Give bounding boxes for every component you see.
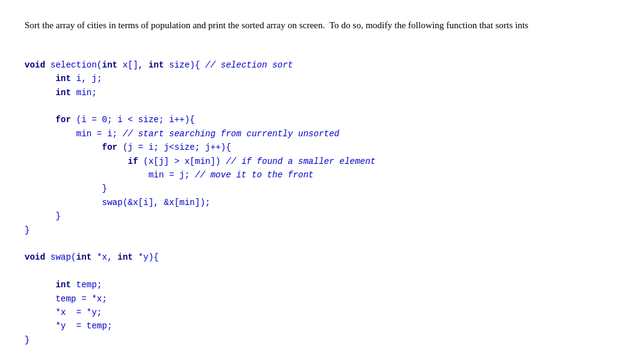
code-line-21: } (25, 335, 29, 345)
code-line-10: } (25, 184, 107, 193)
code-line-18: temp = *x; (25, 294, 107, 304)
keyword-void-2: void (25, 252, 45, 262)
description-text: Sort the array of cities in terms of pop… (25, 18, 604, 33)
code-line-13: } (25, 225, 29, 235)
code-line-11: swap(&x[i], &x[min]); (25, 198, 210, 207)
code-line-1: selection(int x[], int size){ // selecti… (45, 60, 293, 70)
code-line-7: for (j = i; j<size; j++){ (25, 142, 231, 152)
code-line-15: swap(int *x, int *y){ (45, 252, 159, 262)
code-line-2: int i, j; (25, 74, 102, 83)
code-line-20: *y = temp; (25, 321, 112, 331)
code-block: void selection(int x[], int size){ // se… (25, 45, 604, 347)
code-line-9: min = j; // move it to the front (25, 170, 313, 180)
code-line-6: min = i; // start searching from current… (25, 129, 340, 139)
code-line-17: int temp; (25, 280, 102, 290)
code-line-5: for (i = 0; i < size; i++){ (25, 115, 195, 125)
code-line-19: *x = *y; (25, 308, 102, 317)
code-line-3: int min; (25, 88, 97, 98)
code-line-12: } (25, 211, 61, 221)
code-line-8: if (x[j] > x[min]) // if found a smaller… (25, 157, 375, 166)
keyword-void-1: void (25, 60, 45, 70)
